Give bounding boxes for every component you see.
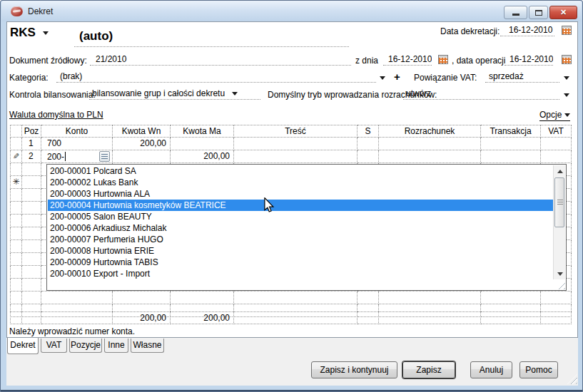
arrow-up-icon xyxy=(557,170,563,173)
arrow-down-icon xyxy=(557,272,563,276)
tab-inne[interactable]: Inne xyxy=(104,339,128,353)
row-edit-pencil-icon: ✎ xyxy=(13,150,19,162)
grid-header-konto: Konto xyxy=(41,125,113,138)
app-icon xyxy=(11,6,23,16)
account-option[interactable]: 200-00001 Polcard SA xyxy=(48,165,554,177)
save-and-continue-button[interactable]: Zapisz i kontynuuj xyxy=(311,361,397,378)
minimize-icon xyxy=(512,14,519,16)
tab-dekret[interactable]: Dekret xyxy=(7,338,39,354)
options-label: Opcje xyxy=(539,110,562,120)
account-option[interactable]: 200-00008 Hurtownia ERIE xyxy=(48,245,554,257)
window-controls: ✕ xyxy=(504,6,577,19)
balancing-dropdown-icon[interactable] xyxy=(232,92,238,96)
tab-vat[interactable]: VAT xyxy=(41,339,67,353)
vat-relation-label: Powiązanie VAT: xyxy=(414,73,477,83)
titlebar[interactable]: Dekret ✕ xyxy=(1,1,582,21)
close-icon: ✕ xyxy=(560,8,567,16)
category-field[interactable]: (brak) xyxy=(56,71,376,83)
settlements-field[interactable]: utwórz xyxy=(403,88,559,100)
settlements-dropdown-icon[interactable] xyxy=(564,93,569,97)
maximize-icon xyxy=(535,10,542,16)
cell-poz[interactable]: 1 xyxy=(22,138,41,150)
source-document-field[interactable]: 21/2010 xyxy=(90,54,351,66)
tab-wlasne[interactable]: Własne xyxy=(131,339,164,353)
tab-pozycje[interactable]: Pozycje xyxy=(69,339,102,353)
category-label: Kategoria: xyxy=(9,73,49,83)
operation-date-field[interactable]: 16-12-2010 xyxy=(505,54,553,66)
konto-input-text: 200- xyxy=(47,151,64,163)
grid-header-vat: VAT xyxy=(541,125,572,138)
totals-row: 200,00 200,00 xyxy=(10,311,572,324)
cancel-button[interactable]: Anuluj xyxy=(470,361,512,378)
list-lines-icon xyxy=(101,154,108,160)
balancing-field[interactable]: bilansowanie grup i całości dekretu xyxy=(89,88,260,100)
cell-kwota-wn[interactable]: 200,00 xyxy=(113,138,171,150)
window-title: Dekret xyxy=(28,6,53,16)
vat-relation-dropdown-icon[interactable] xyxy=(564,76,569,80)
status-message: Należy wprowadzić numer konta. xyxy=(9,326,135,336)
scroll-up-button[interactable] xyxy=(554,165,566,177)
from-day-label: z dnia xyxy=(355,56,378,66)
category-dropdown-icon[interactable] xyxy=(380,76,385,80)
source-document-label: Dokument źródłowy: xyxy=(9,56,87,66)
document-number-field[interactable]: (auto) xyxy=(74,26,349,47)
add-category-button[interactable]: + xyxy=(394,71,400,83)
grid-header-kwota-ma: Kwota Ma xyxy=(171,125,234,138)
scrollbar-thumb[interactable] xyxy=(554,177,564,227)
cell-poz[interactable]: 2 xyxy=(22,150,41,163)
cell-kwota-ma[interactable] xyxy=(171,138,234,150)
account-option[interactable]: 200-00007 Perfumeria HUGO xyxy=(48,234,554,245)
account-option[interactable]: 200-00010 Export - Import xyxy=(48,268,554,279)
account-option[interactable]: 200-00006 Arkadiusz Michalak xyxy=(48,222,554,234)
account-option[interactable]: 200-00009 Hurtownia TABIS xyxy=(48,257,554,268)
account-option[interactable]: 200-00005 Salon BEAUTY xyxy=(48,211,554,222)
options-link[interactable]: Opcje xyxy=(539,110,570,121)
minimize-button[interactable] xyxy=(504,6,527,19)
calendar-icon[interactable] xyxy=(438,55,448,64)
grid-header-tresc: Treść xyxy=(234,125,358,138)
balancing-label: Kontrola bilansowania: xyxy=(9,90,96,100)
chevron-down-icon xyxy=(43,31,49,35)
calendar-icon[interactable] xyxy=(562,55,572,64)
document-date-field[interactable]: 16-12-2010 xyxy=(383,54,432,66)
grid-header-kwota-wn: Kwota Wn xyxy=(113,125,171,138)
grid-header-gutter xyxy=(10,125,22,138)
account-option[interactable]: 200-00003 Hurtownia ALA xyxy=(48,188,554,200)
decree-date-label: Data dekretacji: xyxy=(440,26,500,36)
konto-edit-cell[interactable]: 200- xyxy=(41,150,113,163)
balancing-value: bilansowanie grup i całości dekretu xyxy=(92,88,225,98)
maximize-button[interactable] xyxy=(529,6,548,19)
cell-kwota-ma[interactable]: 200,00 xyxy=(171,150,234,163)
scroll-down-button[interactable] xyxy=(554,268,566,279)
calendar-icon[interactable] xyxy=(562,26,572,35)
account-option[interactable]: 200-00002 Lukas Bank xyxy=(48,177,554,188)
grid-header-transakcja: Transakcja xyxy=(481,125,541,138)
cell-kwota-wn[interactable] xyxy=(113,150,171,163)
help-button[interactable]: Pomoc xyxy=(519,361,558,378)
vat-relation-field[interactable]: sprzedaż xyxy=(485,71,559,83)
grid-row-2-editing[interactable]: ✎ 2 200- 200,00 xyxy=(10,150,572,163)
grid-row-1[interactable]: 1 700 200,00 xyxy=(10,138,572,150)
account-option[interactable]: 200-00004 Hurtownia kosmetyków BEATRICE xyxy=(48,200,554,211)
total-kwota-wn: 200,00 xyxy=(113,311,171,324)
currency-note-link[interactable]: Waluta domyślna to PLN xyxy=(9,110,103,120)
cell-konto[interactable]: 700 xyxy=(41,138,113,150)
grid-header-poz: Poz xyxy=(22,125,41,138)
dialog-client: RKS (auto) Data dekretacji: 16-12-2010 D… xyxy=(6,21,578,386)
window-resize-grip[interactable] xyxy=(567,374,577,384)
account-list-button[interactable] xyxy=(99,151,110,162)
register-label: RKS xyxy=(10,26,36,39)
grid-header-s: S xyxy=(358,125,379,138)
grid-empty-row xyxy=(10,292,572,304)
account-dropdown-list: 200-00001 Polcard SA 200-00002 Lukas Ban… xyxy=(46,164,567,291)
register-selector[interactable]: RKS xyxy=(10,26,49,40)
grid-header-row: Poz Konto Kwota Wn Kwota Ma Treść S Rozr… xyxy=(10,125,572,138)
options-dropdown-icon xyxy=(564,113,570,117)
text-caret xyxy=(65,152,66,161)
dropdown-resize-grip[interactable] xyxy=(555,279,565,289)
dropdown-scrollbar[interactable] xyxy=(553,165,565,279)
save-button[interactable]: Zapisz xyxy=(402,361,455,378)
grid-header-rozrachunek: Rozrachunek xyxy=(379,125,481,138)
close-button[interactable]: ✕ xyxy=(549,6,577,19)
decree-date-field[interactable]: 16-12-2010 xyxy=(500,25,554,36)
